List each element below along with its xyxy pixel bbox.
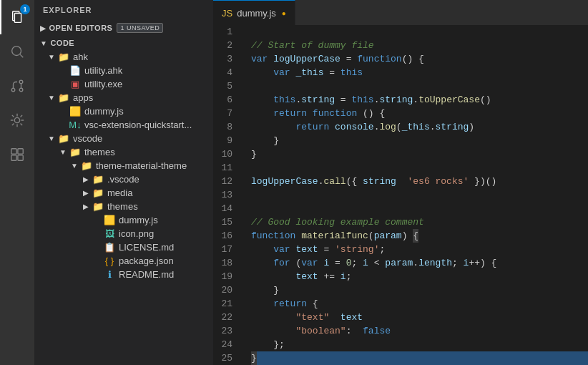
code-editor[interactable]: 1 2 3 4 5 6 7 8 9 10 11 12 13 14 15 16 1… [213,25,588,365]
file-vsc-extension[interactable]: M↓ vsc-extension-quickstart... [34,118,213,132]
debug-activity-icon[interactable] [0,103,34,137]
theme-material-chevron: ▼ [69,162,80,170]
folder-vscode[interactable]: ▼ 📁 vscode [34,132,213,145]
open-editors-section[interactable]: ▶ OPEN EDITORS 1 UNSAVED [34,20,213,36]
code-line-14 [251,202,588,215]
folder-theme-material[interactable]: ▼ 📁 theme-material-theme [34,159,213,172]
svg-point-2 [12,47,21,56]
indent-6 [251,93,273,107]
kw-return-21: return [273,297,313,311]
str-text-key: "text" [295,311,329,324]
var-logUpperCase: logUpperCase [273,52,340,66]
ahk-folder-label: ahk [73,52,213,62]
method-log: log [379,120,396,134]
tab-dummy-js-label: dummy.js [237,8,276,19]
tab-dummy-js[interactable]: JS dummy.js ● [213,0,295,25]
ln-19: 19 [213,270,238,283]
svg-line-3 [20,54,23,57]
license-label: LICENSE.md [119,242,213,253]
ln-16: 16 [213,229,238,243]
code-line-12: logUpperCase.call({ string 'es6 rocks' }… [251,175,588,188]
readme-label: README.md [119,269,213,280]
kw-return-8: return [295,120,335,134]
code-line-11 [251,161,588,175]
semi-19: ; [346,270,352,283]
var-this-8: _this [402,120,430,134]
svg-rect-12 [18,155,23,160]
code-line-10: } [251,147,588,161]
file-utility-exe[interactable]: ▣ utility.exe [34,77,213,91]
vsc-ext-icon: M↓ [69,120,82,130]
source-control-activity-icon[interactable] [0,69,34,103]
brace-16: { [413,229,418,243]
brace-close-25: } [251,351,257,365]
code-line-18: for (var i = 0; i < param.length; i++) { [251,256,588,270]
paren-12a: ({ [346,175,363,188]
file-dummy-js-apps[interactable]: 🟨 dummy.js [34,104,213,118]
media-icon: 📁 [92,188,104,198]
tab-close-icon[interactable]: ● [282,9,286,17]
indent-19 [251,270,295,283]
svg-point-5 [19,80,23,84]
files-activity-icon[interactable]: 1 [0,0,34,34]
func-materialfunc: materialfunc [301,229,368,243]
apps-folder-icon: 📁 [57,92,70,103]
code-line-5 [251,79,588,93]
eq-4: = [323,66,340,79]
unsaved-badge: 1 [20,4,30,14]
folder-ahk[interactable]: ▼ 📁 ahk [34,50,213,64]
code-content[interactable]: // Start of dummy file var logUpperCase … [245,25,588,365]
ln-1: 1 [213,25,238,39]
code-section[interactable]: ▼ CODE [34,36,213,50]
activity-bar: 1 [0,0,34,365]
dot-vscode-chevron: ▶ [80,175,92,183]
var-i: i [323,256,329,270]
dummy-js-apps-icon: 🟨 [69,106,82,117]
folder-themes-l2[interactable]: ▼ 📁 themes [34,145,213,159]
pluseq-19: += [318,270,340,283]
ln-13: 13 [213,188,238,202]
file-icon-png[interactable]: 🖼 icon.png [34,227,213,240]
code-line-8: return console.log(_this.string) [251,120,588,134]
ln-5: 5 [213,79,238,93]
file-dummy-js-l4[interactable]: 🟨 dummy.js [34,213,213,227]
call-6: () [480,93,491,107]
kw-var-17: var [273,243,295,256]
var-logUpper-12: logUpperCase [251,175,318,188]
code-line-20: } [251,283,588,297]
code-line-4: var _this = this [251,66,588,79]
ln-3: 3 [213,52,238,66]
ln-17: 17 [213,243,238,256]
search-activity-icon[interactable] [0,34,34,69]
kw-function-16: function [251,229,301,243]
file-package-json[interactable]: { } package.json [34,254,213,268]
eq-6: = [335,93,351,107]
utility-exe-label: utility.exe [84,79,213,89]
dot-18: . [413,256,418,270]
this-6b: this [351,93,373,107]
semi-18b: ; [452,256,464,270]
code-line-3: var logUpperCase = function() { [251,52,588,66]
open-editors-chevron: ▶ [40,24,46,32]
file-utility-ahk[interactable]: 📄 utility.ahk [34,64,213,77]
folder-media[interactable]: ▶ 📁 media [34,186,213,200]
extensions-activity-icon[interactable] [0,137,34,172]
folder-dot-vscode[interactable]: ▶ 📁 .vscode [34,172,213,186]
file-license-md[interactable]: 📋 LICENSE.md [34,240,213,254]
folder-themes-l4[interactable]: ▶ 📁 themes [34,200,213,213]
media-label: media [107,188,213,198]
ahk-chevron: ▼ [46,53,57,61]
code-line-7: return function () { [251,107,588,120]
ln-25: 25 [213,351,238,365]
ln-12: 12 [213,175,238,188]
vscode-folder-icon: 📁 [57,133,70,144]
bool-false: false [363,324,391,338]
dot-vscode-icon: 📁 [92,174,104,185]
folder-apps[interactable]: ▼ 📁 apps [34,91,213,104]
prop-string-6b: string [380,93,413,107]
themes-l4-chevron: ▶ [80,203,92,210]
ln-22: 22 [213,311,238,324]
num-0: 0 [346,256,352,270]
code-line-1 [251,25,588,39]
file-readme-md[interactable]: ℹ README.md [34,268,213,281]
